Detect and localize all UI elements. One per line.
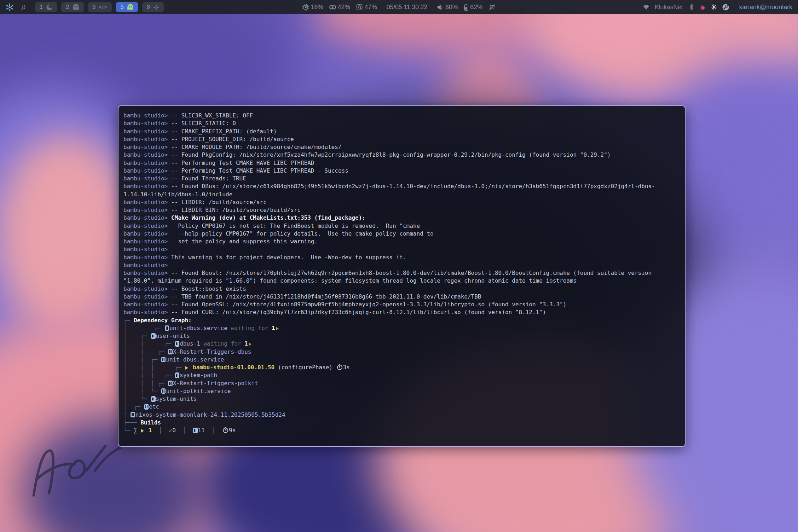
cpu-icon	[302, 4, 309, 11]
terminal-line: bambu-studio> -- Performing Test CMAKE_H…	[123, 159, 682, 167]
text-segment: -- PROJECT_SOURCE_DIR: /build/source	[168, 136, 294, 143]
text-segment: bambu-studio>	[123, 112, 168, 119]
text-segment: │	[123, 411, 130, 418]
terminal-line: └─ ∑ 1 │ ✓0 │ 11 │ 9s	[123, 427, 682, 434]
workspace-label: 2	[66, 4, 69, 11]
wifi-icon[interactable]	[643, 4, 650, 10]
text-segment: bambu-studio>	[123, 167, 168, 174]
terminal-line: 1.14.10-lib/lib/dbus-1.0/include	[123, 191, 682, 198]
text-segment: 1	[272, 325, 275, 331]
speaker-icon	[437, 4, 444, 10]
disk-icon	[356, 4, 363, 11]
arrow-o-icon	[249, 342, 251, 346]
text-segment: -- SLIC3R_STATIC: 0	[168, 120, 236, 127]
text-segment: bambu-studio>	[123, 293, 168, 300]
terminal-line: │ │ └─ unit-polkit.service	[123, 387, 682, 395]
text-segment: -- Found OpenSSL: /nix/store/4lfxnin8975…	[168, 301, 566, 308]
arrow-y-icon	[141, 429, 144, 433]
terminal-line: ├─── Builds	[123, 419, 682, 427]
text-segment: -- Performing Test CMAKE_HAVE_LIBC_PTHRE…	[168, 167, 348, 174]
text-segment: -- SLIC3R_WX_STABLE: OFF	[168, 112, 253, 119]
memory-value: 42%	[338, 4, 350, 11]
notifications-off-icon[interactable]	[488, 4, 496, 11]
music-note-icon[interactable]: ♫	[20, 3, 26, 11]
ghost-icon	[127, 4, 134, 11]
pause-icon	[161, 388, 166, 394]
terminal-line: bambu-studio> Policy CMP0167 is not set:…	[123, 222, 682, 230]
cpu-value: 16%	[311, 4, 323, 11]
terminal-line: bambu-studio> -- Found Boost: /nix/store…	[123, 269, 682, 277]
text-segment: system-path	[180, 372, 217, 378]
text-segment: │ ┌─	[123, 403, 144, 410]
terminal-line: bambu-studio> -- CMAKE_MODULE_PATH: /bui…	[123, 143, 682, 151]
text-segment: bambu-studio>	[123, 136, 168, 143]
logged-in-user[interactable]: kierank@moonlark	[739, 4, 792, 11]
text-segment: -- LIBDIR: /build/source/src	[168, 199, 266, 206]
battery-icon	[464, 4, 468, 11]
terminal-line: bambu-studio> CMake Warning (dev) at CMa…	[123, 214, 682, 222]
workspace-button-1[interactable]: 1	[35, 2, 57, 12]
text-segment: (configurePhase)	[274, 364, 336, 371]
text-segment: │ └─	[123, 395, 151, 402]
text-segment: │ │ ┌─	[123, 356, 161, 363]
battery-value: 62%	[470, 4, 482, 11]
pause-icon	[161, 357, 166, 363]
text-segment: Builds	[140, 419, 161, 426]
workspace-button-8[interactable]: 8	[142, 2, 164, 12]
text-segment: bambu-studio>	[123, 151, 168, 158]
text-segment: -- CMAKE_PREFIX_PATH: (default)	[168, 128, 277, 135]
top-status-bar: ♫ 123</>58 16%	[0, 0, 798, 14]
text-segment: X-Restart-Triggers-dbus	[173, 348, 251, 355]
text-segment: 1	[244, 340, 248, 347]
text-segment: -- Found Threads: TRUE	[168, 175, 246, 182]
steam-icon[interactable]	[722, 4, 729, 11]
bluetooth-icon[interactable]	[689, 4, 694, 10]
nixos-launcher-icon[interactable]	[6, 3, 14, 11]
text-segment: CMake Warning (dev) at CMakeLists.txt:35…	[171, 214, 365, 221]
pause-icon	[131, 412, 135, 418]
terminal-line: bambu-studio> -- CMAKE_PREFIX_PATH: (def…	[123, 128, 682, 135]
text-segment: Dependency Graph:	[134, 317, 192, 324]
terminal-line: bambu-studio> -- TBB found in /nix/store…	[123, 293, 682, 301]
terminal-line: bambu-studio> -- SLIC3R_WX_STABLE: OFF	[123, 112, 682, 120]
pause-icon	[193, 428, 198, 433]
volume-stat[interactable]: 60%	[437, 4, 458, 11]
text-segment: bambu-studio>	[123, 270, 168, 276]
workspace-label: 3	[92, 4, 96, 11]
disk-value: 47%	[365, 4, 377, 11]
terminal-line: bambu-studio> -- LIBDIR: /build/source/s…	[123, 198, 682, 206]
text-segment: -- CMAKE_MODULE_PATH: /build/source/cmak…	[168, 144, 341, 150]
text-segment: dbus-1	[180, 340, 200, 347]
text-segment: ∑	[134, 427, 140, 434]
text-segment: -- LIBDIR_BIN: /build/source/build/src	[168, 207, 301, 213]
timer-icon	[337, 365, 342, 370]
terminal-line: │ ┌─ user-units	[123, 332, 682, 340]
volume-value: 60%	[445, 4, 458, 11]
terminal-line: bambu-studio> -- Performing Test CMAKE_H…	[123, 167, 682, 175]
terminal-line: │ │ ┌─ X-Restart-Triggers-dbus	[123, 348, 682, 356]
workspace-label: 8	[147, 4, 150, 11]
terminal-line: bambu-studio> -- Found CURL: /nix/store/…	[123, 308, 682, 316]
terminal-line: │ ┌─ unit-dbus.service waiting for 1	[123, 324, 682, 332]
pause-icon	[175, 341, 180, 347]
terminal-window[interactable]: bambu-studio> -- SLIC3R_WX_STABLE: OFFba…	[118, 105, 686, 447]
terminal-line: ┌─ Dependency Graph:	[123, 317, 682, 324]
cpu-stat: 16%	[302, 4, 323, 11]
text-segment: ├───	[123, 419, 140, 426]
workspace-button-3[interactable]: 3</>	[88, 2, 112, 12]
text-segment: bambu-studio>	[123, 120, 168, 127]
tray-snowflake-icon[interactable]	[711, 4, 717, 10]
text-segment: set the policy and suppress this warning…	[168, 238, 318, 245]
text-segment: bambu-studio>	[123, 222, 168, 229]
terminal-line: bambu-studio> -- Boost::boost exists	[123, 285, 682, 293]
pause-icon	[144, 404, 149, 410]
workspace-button-2[interactable]: 2	[61, 2, 83, 12]
text-segment: system-units	[156, 395, 197, 402]
wifi-network-name[interactable]: KlukasNet	[655, 4, 683, 11]
workspace-button-5[interactable]: 5	[116, 2, 138, 12]
text-segment: bambu-studio>	[123, 254, 168, 261]
text-segment: bambu-studio-01.00.01.50	[189, 364, 274, 371]
text-segment: 1	[145, 427, 152, 434]
tray-app-pink-icon[interactable]	[699, 4, 706, 11]
clock[interactable]: 05/05 11:30:22	[387, 4, 427, 11]
